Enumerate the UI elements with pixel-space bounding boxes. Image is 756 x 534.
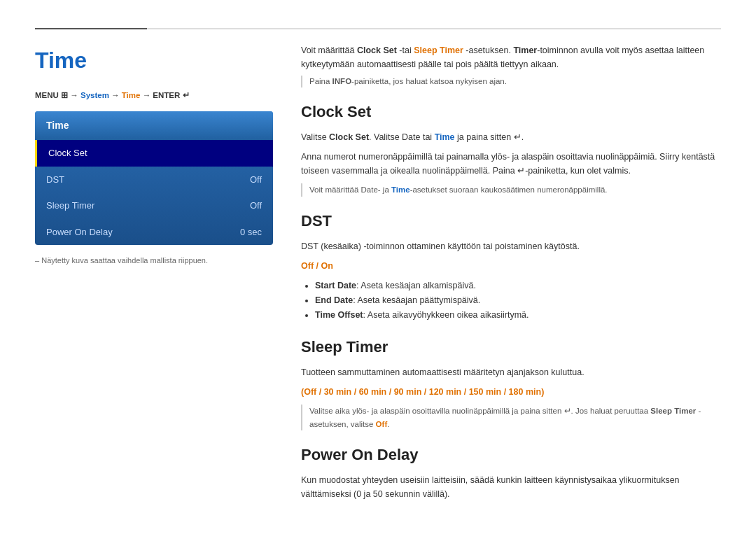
page-container: Time MENU ⊞ → System → Time → ENTER ↵ Ti… (0, 0, 756, 534)
two-col-layout: Time MENU ⊞ → System → Time → ENTER ↵ Ti… (35, 43, 721, 507)
menu-item-dst-label: DST (46, 173, 64, 187)
section-title-dst: DST (301, 209, 721, 232)
bc-arrow3: → (143, 91, 153, 99)
section-title-sleep-timer: Sleep Timer (301, 335, 721, 358)
dst-para1: DST (kesäaika) -toiminnon ottaminen käyt… (301, 239, 721, 253)
menu-item-dst[interactable]: DST Off (35, 167, 273, 193)
menu-item-power-on-delay[interactable]: Power On Delay 0 sec (35, 219, 273, 246)
sleep-timer-note: Valitse aika ylös- ja alaspäin osoittavi… (301, 405, 721, 430)
dst-bullet-start: Start Date: Aseta kesäajan alkamispäivä. (315, 279, 721, 293)
dst-bullet-end: End Date: Aseta kesäajan päättymispäivä. (315, 293, 721, 308)
menu-box: Time Clock Set DST Off Sleep Timer Off P… (35, 111, 273, 245)
breadcrumb: MENU ⊞ → System → Time → ENTER ↵ (35, 90, 273, 101)
menu-item-dst-value: Off (250, 173, 262, 187)
dst-options: Off / On (301, 259, 721, 273)
sleep-timer-para1: Tuotteen sammuttaminen automaattisesti m… (301, 365, 721, 379)
bc-arrow2: → (111, 91, 122, 99)
dst-bullets: Start Date: Aseta kesäajan alkamispäivä.… (315, 279, 721, 323)
left-footnote: Näytetty kuva saattaa vaihdella mallista… (35, 255, 273, 267)
intro-text: Voit määrittää Clock Set -tai Sleep Time… (301, 43, 721, 71)
left-column: Time MENU ⊞ → System → Time → ENTER ↵ Ti… (35, 43, 273, 507)
intro-note: Paina INFO-painiketta, jos haluat katsoa… (301, 76, 721, 87)
menu-header: Time (35, 111, 273, 140)
sleep-timer-options: (Off / 30 min / 60 min / 90 min / 120 mi… (301, 385, 721, 399)
top-divider (35, 28, 721, 29)
power-on-delay-para1: Kun muodostat yhteyden useisiin laitteis… (301, 473, 721, 501)
clock-set-note: Voit määrittää Date- ja Time-asetukset s… (301, 183, 721, 196)
bc-enter: ENTER (153, 91, 180, 99)
menu-item-power-on-delay-label: Power On Delay (46, 225, 113, 239)
menu-item-sleep-timer-value: Off (250, 199, 262, 213)
bc-system: System (80, 91, 109, 99)
page-title: Time (35, 43, 273, 77)
menu-item-power-on-delay-value: 0 sec (240, 225, 262, 239)
bc-prefix: MENU (35, 91, 61, 99)
section-title-power-on-delay: Power On Delay (301, 443, 721, 466)
menu-item-sleep-timer-label: Sleep Timer (46, 199, 94, 213)
menu-item-clock-set[interactable]: Clock Set (35, 140, 273, 167)
bc-arrow1: → (70, 91, 80, 99)
dst-bullet-offset: Time Offset: Aseta aikavyöhykkeen oikea … (315, 308, 721, 323)
bc-time: Time (122, 91, 141, 99)
bc-enter-icon: ↵ (183, 91, 190, 99)
clock-set-para2: Anna numerot numeronäppäimillä tai paina… (301, 150, 721, 178)
right-column: Voit määrittää Clock Set -tai Sleep Time… (301, 43, 721, 507)
clock-set-para1: Valitse Clock Set. Valitse Date tai Time… (301, 130, 721, 144)
menu-item-sleep-timer[interactable]: Sleep Timer Off (35, 192, 273, 219)
section-title-clock-set: Clock Set (301, 100, 721, 123)
menu-item-clock-set-label: Clock Set (48, 146, 88, 160)
